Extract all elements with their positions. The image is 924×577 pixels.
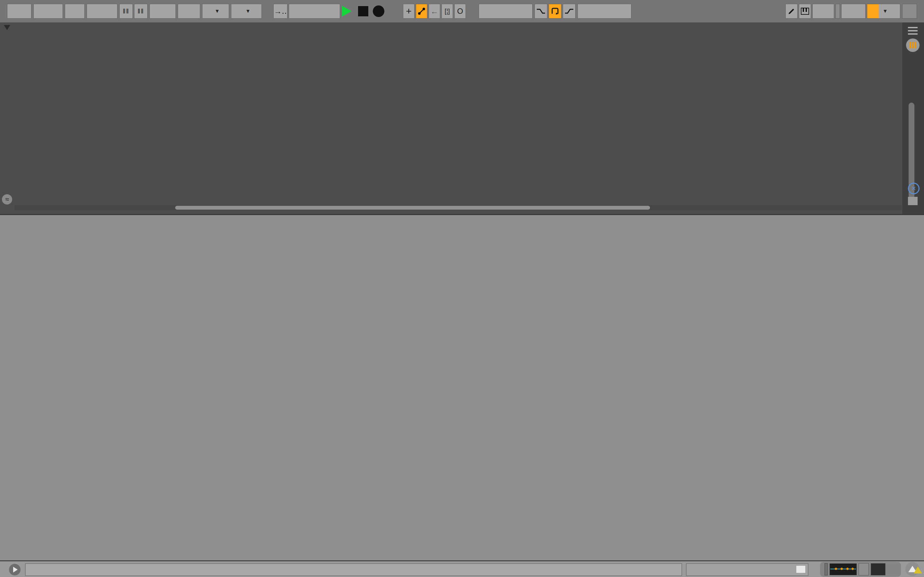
- loop-start-field[interactable]: [479, 4, 533, 19]
- key-map-button[interactable]: [813, 4, 834, 19]
- back-to-arrangement-button[interactable]: ←: [429, 4, 440, 19]
- metronome-button[interactable]: ▼: [202, 4, 229, 19]
- quantize-menu[interactable]: ▼: [231, 4, 262, 19]
- computer-midi-keyboard-button[interactable]: [799, 4, 811, 19]
- arrangement-follow-icon[interactable]: →‥: [273, 4, 288, 19]
- record-button[interactable]: [373, 5, 384, 17]
- tap-tempo-button[interactable]: [65, 4, 85, 19]
- quantization-field[interactable]: [178, 4, 200, 19]
- pencil-icon: [788, 7, 795, 15]
- punch-in-icon: [536, 8, 545, 15]
- loop-button[interactable]: [549, 4, 561, 19]
- nudge-up-button[interactable]: ‖‖: [134, 4, 148, 19]
- cpu-load-fill: [867, 4, 879, 19]
- session-view: ≈ ✕: [0, 23, 924, 214]
- cpu-meter[interactable]: ▼: [867, 4, 900, 19]
- time-signature-field[interactable]: [150, 4, 176, 19]
- device-mini-rack: [825, 563, 828, 575]
- status-progress-chip: [796, 566, 805, 573]
- tempo-follower-icon[interactable]: ≈: [2, 194, 12, 205]
- link-button[interactable]: [7, 4, 31, 19]
- nudge-down-button[interactable]: ‖‖: [120, 4, 133, 19]
- play-button[interactable]: [342, 6, 352, 17]
- session-hscroll-track[interactable]: [15, 205, 901, 210]
- new-button[interactable]: +: [403, 4, 415, 19]
- clip-detail-view: [0, 214, 924, 561]
- device-mini-2: [871, 563, 885, 575]
- midi-map-button[interactable]: [841, 4, 866, 19]
- key-indicator: [835, 4, 840, 19]
- tempo-field[interactable]: [87, 4, 118, 19]
- session-hscroll-handle[interactable]: [175, 206, 650, 210]
- status-play-icon: [9, 564, 21, 575]
- io-x-icon[interactable]: ✕: [908, 183, 919, 194]
- draw-mode-frame-button[interactable]: [¦]: [441, 4, 453, 19]
- loop-length-field[interactable]: [577, 4, 632, 19]
- midi-track-indicator: [902, 4, 917, 19]
- collapse-arrow-icon[interactable]: [4, 25, 10, 30]
- punch-out-button[interactable]: [563, 4, 575, 19]
- keyboard-icon: [801, 8, 809, 15]
- punch-out-icon: [565, 8, 573, 15]
- device-mini-eq: [830, 564, 857, 575]
- device-mini-1: [859, 563, 869, 575]
- session-right-sidebar: ✕: [902, 23, 924, 214]
- selected-device-chip[interactable]: [820, 562, 901, 577]
- transport-toolbar: ‖‖ ‖‖ ▼ ▼ →‥ + ← [¦] O: [0, 0, 924, 23]
- loop-toggle-icon[interactable]: O: [454, 4, 466, 19]
- follow-tempo-button[interactable]: [33, 4, 63, 19]
- midi-overdub-button[interactable]: [416, 4, 427, 19]
- ableton-live-window: ‖‖ ‖‖ ▼ ▼ →‥ + ← [¦] O: [0, 0, 924, 577]
- status-bar: [0, 560, 924, 577]
- status-info-box: [25, 563, 682, 576]
- loop-icon: [551, 7, 559, 15]
- hamburger-icon[interactable]: [908, 27, 918, 35]
- punch-in-button[interactable]: [535, 4, 548, 19]
- stop-button[interactable]: [358, 6, 368, 16]
- arrangement-position-field[interactable]: [289, 4, 340, 19]
- warning-icon[interactable]: [914, 566, 922, 574]
- mixer-io-icon[interactable]: [906, 39, 919, 52]
- crossfader-toggle[interactable]: [908, 197, 918, 205]
- draw-mode-button[interactable]: [785, 4, 798, 19]
- overdub-icon: [417, 7, 426, 15]
- status-progress-box: [686, 563, 809, 576]
